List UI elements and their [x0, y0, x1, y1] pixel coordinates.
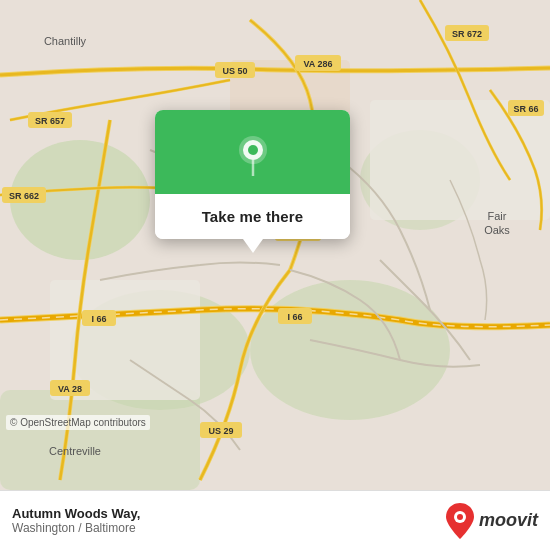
map-container: US 50 VA 286 286 SR 672 SR 657 SR 662 VA…: [0, 0, 550, 490]
svg-text:SR 66: SR 66: [513, 104, 538, 114]
svg-text:US 50: US 50: [222, 66, 247, 76]
svg-text:Chantilly: Chantilly: [44, 35, 87, 47]
footer-bar: Autumn Woods Way, Washington / Baltimore…: [0, 490, 550, 550]
svg-point-37: [248, 145, 258, 155]
region-name: Washington / Baltimore: [12, 521, 140, 535]
svg-text:Fair: Fair: [488, 210, 507, 222]
svg-point-39: [457, 514, 463, 520]
moovit-brand-text: moovit: [479, 510, 538, 531]
moovit-pin-icon: [445, 503, 475, 539]
svg-text:Oaks: Oaks: [484, 224, 510, 236]
location-name: Autumn Woods Way,: [12, 506, 140, 521]
svg-text:Centreville: Centreville: [49, 445, 101, 457]
footer-location-info: Autumn Woods Way, Washington / Baltimore: [12, 506, 140, 535]
svg-rect-5: [0, 390, 200, 490]
popup-header: [155, 110, 350, 194]
svg-text:VA 286: VA 286: [303, 59, 332, 69]
popup-card: Take me there: [155, 110, 350, 239]
copyright-text: © OpenStreetMap contributors: [6, 415, 150, 430]
svg-text:I 66: I 66: [91, 314, 106, 324]
svg-text:SR 657: SR 657: [35, 116, 65, 126]
svg-text:US 29: US 29: [208, 426, 233, 436]
svg-text:SR 662: SR 662: [9, 191, 39, 201]
moovit-logo: moovit: [445, 503, 538, 539]
svg-text:VA 28: VA 28: [58, 384, 82, 394]
svg-text:SR 672: SR 672: [452, 29, 482, 39]
svg-text:I 66: I 66: [287, 312, 302, 322]
location-pin-icon: [231, 132, 275, 176]
popup-pointer: [243, 239, 263, 253]
take-me-there-button[interactable]: Take me there: [155, 194, 350, 239]
